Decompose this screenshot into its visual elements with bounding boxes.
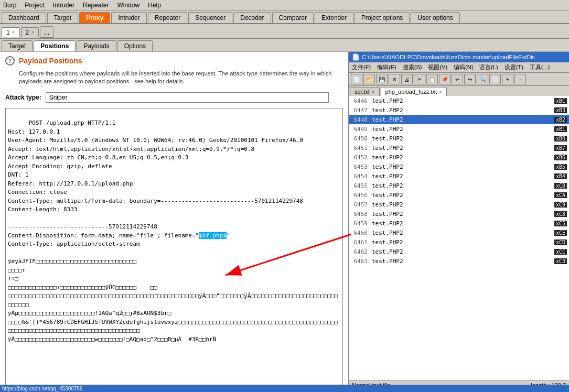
toolbar-replace[interactable]: ⬜ — [489, 74, 501, 84]
file-row[interactable]: 6455test.PHP2xCB — [349, 181, 569, 190]
toolbar-new[interactable]: 📄 — [351, 74, 362, 84]
menu-repeater[interactable]: Repeater — [82, 2, 110, 9]
file-row[interactable]: 6454test.PHP2xB4 — [349, 171, 569, 181]
request-text-before: POST /upload.php HTTP/1.1 Host: 127.0.0.… — [8, 119, 303, 239]
file-row[interactable]: 6449test.PHP2xB1 — [349, 124, 569, 134]
tab-intruder[interactable]: Intruder — [111, 12, 146, 23]
file-row-text: test.PHP2 — [372, 145, 553, 151]
tab-dashboard[interactable]: Dashboard — [2, 12, 46, 23]
file-row[interactable]: 6447test.PHP2xB3 — [349, 105, 569, 115]
toolbar-undo[interactable]: ↩ — [452, 74, 463, 84]
toolbar-zoom-in[interactable]: + — [502, 74, 513, 84]
menu-bar: Burp Project Intruder Repeater Window He… — [0, 0, 569, 10]
sub-tab-more[interactable]: ... — [40, 26, 53, 38]
sub-tab-1-close[interactable]: × — [12, 29, 15, 35]
fv-menu-file[interactable]: 文件(F) — [352, 63, 371, 71]
toolbar-save[interactable]: 💾 — [376, 74, 388, 84]
inner-tab-target[interactable]: Target — [2, 40, 33, 51]
file-content[interactable]: 6446test.PHP2xBC6447test.PHP2xB36448test… — [349, 96, 569, 380]
file-row[interactable]: 6453test.PHP2xB5 — [349, 162, 569, 171]
sub-tab-2-close[interactable]: × — [31, 29, 34, 35]
toolbar-print[interactable]: 🖨 — [401, 74, 413, 84]
toolbar-open[interactable]: 📂 — [363, 74, 375, 84]
file-row[interactable]: 6446test.PHP2xBC — [349, 96, 569, 105]
file-row[interactable]: 6456test.PHP2xCA — [349, 190, 569, 200]
file-tab-sql-close[interactable]: × — [372, 89, 375, 95]
file-row[interactable]: 6459test.PHP2xC5 — [349, 219, 569, 228]
toolbar-redo[interactable]: ↪ — [464, 74, 476, 84]
file-tab-php-upload[interactable]: php_upload_fuzz.txt × — [381, 87, 447, 96]
file-row[interactable]: 6451test.PHP2xB7 — [349, 143, 569, 153]
file-row-text: test.PHP2 — [372, 192, 553, 199]
toolbar-copy[interactable]: 📋 — [426, 74, 438, 84]
file-row-num: 6454 — [351, 173, 372, 180]
file-row[interactable]: 6461test.PHP2xCD — [349, 237, 569, 247]
file-viewer-title: C:\Users\XIAODI-PC\Downloads\fuzzDicts-m… — [362, 54, 535, 60]
fv-menu-settings[interactable]: 设置(T) — [504, 63, 523, 71]
menu-intruder[interactable]: Intruder — [52, 2, 76, 9]
sub-tab-1[interactable]: 1 × — [2, 27, 20, 37]
file-row-text: test.PHP2 — [372, 239, 553, 246]
fv-menu-encode[interactable]: 编码(N) — [454, 63, 473, 71]
file-icon: 📄 — [352, 53, 360, 61]
file-row[interactable]: 6450test.PHP2xB0 — [349, 134, 569, 143]
menu-help[interactable]: Help — [147, 2, 162, 9]
fv-menu-view[interactable]: 视图(V) — [428, 63, 447, 71]
file-row-num: 6460 — [351, 230, 372, 236]
file-tabs: sql.txt × php_upload_fuzz.txt × — [349, 86, 569, 96]
file-row-hex: xB6 — [554, 155, 567, 160]
file-row[interactable]: 6448test.PHP2xB2 — [349, 115, 569, 124]
tab-repeater[interactable]: Repeater — [148, 12, 187, 23]
content-area: ? Payload Positions Configure the positi… — [0, 52, 569, 389]
file-tab-php-upload-close[interactable]: × — [439, 89, 442, 95]
tab-proxy[interactable]: Proxy — [79, 12, 110, 23]
file-row[interactable]: 6457test.PHP2xC9 — [349, 200, 569, 209]
file-row[interactable]: 6460test.PHP2xCE — [349, 228, 569, 237]
file-tab-sql[interactable]: sql.txt × — [350, 87, 380, 96]
file-row-num: 6449 — [351, 126, 372, 133]
toolbar-close[interactable]: ✕ — [389, 74, 400, 84]
file-row[interactable]: 6452test.PHP2xB6 — [349, 153, 569, 162]
file-row[interactable]: 6463test.PHP2xC3 — [349, 256, 569, 266]
payload-positions-header: ? Payload Positions — [0, 52, 348, 68]
file-row-text: test.PHP2 — [372, 154, 553, 161]
help-icon[interactable]: ? — [5, 56, 15, 66]
menu-burp[interactable]: Burp — [2, 2, 17, 9]
file-viewer-menu: 文件(F) 编辑(E) 搜索(S) 视图(V) 编码(N) 语言(L) 设置(T… — [349, 62, 569, 73]
file-row-text: test.PHP2 — [372, 182, 553, 189]
toolbar-zoom-out[interactable]: - — [514, 74, 526, 84]
tab-target[interactable]: Target — [47, 12, 78, 23]
file-row-text: test.PHP2 — [372, 164, 553, 170]
tab-project-options[interactable]: Project options — [355, 12, 410, 23]
fv-menu-edit[interactable]: 编辑(E) — [377, 63, 396, 71]
file-row[interactable]: 6462test.PHP2xCC — [349, 247, 569, 256]
fv-menu-tools[interactable]: 工具(...) — [530, 63, 550, 71]
inner-tab-positions[interactable]: Positions — [34, 40, 76, 51]
file-row-num: 6458 — [351, 211, 372, 217]
attack-type-select[interactable] — [46, 92, 329, 103]
tab-sequencer[interactable]: Sequencer — [188, 12, 232, 23]
file-row-hex: xBC — [554, 98, 567, 104]
file-row-num: 6457 — [351, 201, 372, 208]
menu-project[interactable]: Project — [24, 2, 45, 9]
menu-window[interactable]: Window — [116, 2, 141, 9]
fv-menu-search[interactable]: 搜索(S) — [403, 63, 422, 71]
file-row-num: 6451 — [351, 145, 372, 151]
inner-tab-options[interactable]: Options — [117, 40, 153, 51]
tab-comparer[interactable]: Comparer — [272, 12, 314, 23]
toolbar-cut[interactable]: ✂ — [414, 74, 425, 84]
request-editor[interactable]: POST /upload.php HTTP/1.1 Host: 127.0.0.… — [5, 108, 343, 386]
sub-tab-2[interactable]: 2 × — [21, 27, 39, 37]
toolbar-find[interactable]: 🔍 — [477, 74, 488, 84]
fv-menu-lang[interactable]: 语言(L) — [479, 63, 498, 71]
file-row-hex: xB3 — [554, 107, 567, 113]
tab-extender[interactable]: Extender — [315, 12, 353, 23]
tab-user-options[interactable]: User options — [411, 12, 459, 23]
file-row-text: test.PHP2 — [372, 201, 553, 208]
file-row-num: 6452 — [351, 154, 372, 161]
file-row[interactable]: 6458test.PHP2xC8 — [349, 209, 569, 219]
attack-type-label: Attack type: — [5, 94, 41, 101]
tab-decoder[interactable]: Decoder — [233, 12, 271, 23]
toolbar-paste[interactable]: 📌 — [439, 74, 450, 84]
inner-tab-payloads[interactable]: Payloads — [77, 40, 116, 51]
